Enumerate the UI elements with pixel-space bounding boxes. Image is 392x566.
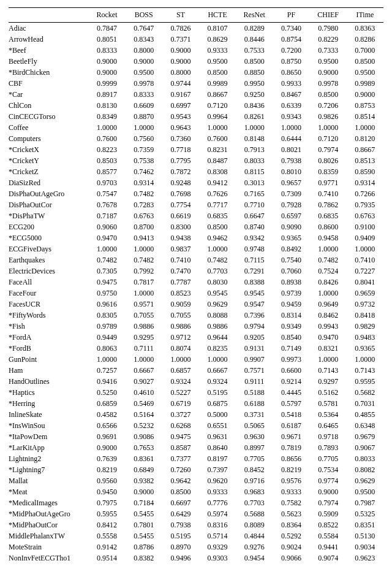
row-name: *MidPhaOutAgeGro bbox=[9, 508, 88, 519]
cell-value: 0.9543 bbox=[162, 111, 199, 122]
cell-value: 0.7060 bbox=[273, 266, 309, 277]
cell-value: 0.9074 bbox=[310, 553, 347, 564]
cell-value: 0.7872 bbox=[162, 166, 199, 177]
cell-value: 0.7718 bbox=[162, 144, 199, 155]
cell-value: 0.9066 bbox=[273, 553, 309, 564]
cell-value: 0.7534 bbox=[310, 464, 347, 475]
row-name: DiaSizRed bbox=[9, 177, 88, 188]
cell-value: 0.6600 bbox=[273, 365, 309, 376]
cell-value: 0.9657 bbox=[273, 177, 309, 188]
cell-value: 0.5558 bbox=[88, 530, 125, 541]
cell-value: 0.9964 bbox=[199, 111, 236, 122]
cell-value: 0.8640 bbox=[199, 442, 236, 453]
cell-value: 0.9470 bbox=[310, 332, 347, 343]
cell-value: 0.7111 bbox=[126, 343, 162, 354]
cell-value: 0.7980 bbox=[310, 23, 347, 34]
cell-value: 0.7410 bbox=[347, 254, 383, 266]
cell-value: 0.7227 bbox=[347, 266, 383, 277]
table-row: CinCECGTorso0.83490.88700.95430.99640.82… bbox=[9, 111, 383, 122]
cell-value: 0.7787 bbox=[162, 277, 199, 288]
cell-value: 0.9943 bbox=[310, 321, 347, 332]
cell-value: 0.7410 bbox=[162, 254, 199, 266]
table-row: Adiac0.78470.76470.78260.81070.82890.734… bbox=[9, 23, 383, 34]
cell-value: 0.7698 bbox=[162, 188, 199, 199]
cell-value: 0.8503 bbox=[88, 155, 125, 166]
cell-value: 0.5455 bbox=[126, 530, 162, 541]
cell-value: 0.7143 bbox=[347, 365, 383, 376]
cell-value: 0.7795 bbox=[162, 155, 199, 166]
cell-value: 0.7305 bbox=[88, 266, 125, 277]
cell-value: 0.8231 bbox=[199, 144, 236, 155]
cell-value: 0.8753 bbox=[347, 100, 383, 111]
cell-value: 0.7260 bbox=[162, 464, 199, 475]
cell-value: 0.8750 bbox=[273, 56, 309, 67]
cell-value: 0.9314 bbox=[126, 177, 162, 188]
cell-value: 0.8219 bbox=[273, 464, 309, 475]
cell-value: 0.8452 bbox=[236, 464, 273, 475]
table-row: FaceAll0.94750.78170.77870.80300.83880.8… bbox=[9, 277, 383, 288]
cell-value: 0.8917 bbox=[88, 89, 125, 100]
cell-value: 0.8033 bbox=[236, 155, 273, 166]
row-name: *Lightning7 bbox=[9, 464, 88, 475]
cell-value: 0.6763 bbox=[126, 210, 162, 221]
cell-value: 0.8523 bbox=[162, 288, 199, 299]
cell-value: 0.8148 bbox=[236, 133, 273, 144]
table-row: InlineSkate0.45820.51640.37270.50000.373… bbox=[9, 409, 383, 420]
cell-value: 0.9409 bbox=[347, 232, 383, 243]
cell-value: 0.9630 bbox=[236, 431, 273, 442]
cell-value: 0.5955 bbox=[88, 508, 125, 519]
cell-value: 0.9000 bbox=[126, 56, 162, 67]
cell-value: 0.7710 bbox=[236, 199, 273, 210]
cell-value: 0.7975 bbox=[88, 497, 125, 508]
cell-value: 0.8412 bbox=[88, 519, 125, 530]
cell-value: 0.7055 bbox=[162, 310, 199, 321]
cell-value: 0.6609 bbox=[126, 100, 162, 111]
cell-value: 0.7031 bbox=[347, 398, 383, 409]
cell-value: 0.9060 bbox=[88, 221, 125, 232]
cell-value: 0.8115 bbox=[236, 166, 273, 177]
cell-value: 0.9295 bbox=[126, 332, 162, 343]
cell-value: 0.9826 bbox=[310, 111, 347, 122]
cell-value: 0.9000 bbox=[88, 67, 125, 78]
cell-value: 0.5584 bbox=[310, 530, 347, 541]
row-name: *ItaPowDem bbox=[9, 431, 88, 442]
cell-value: 0.9365 bbox=[347, 343, 383, 354]
cell-value: 0.6997 bbox=[162, 100, 199, 111]
cell-value: 0.8316 bbox=[199, 519, 236, 530]
cell-value: 0.9978 bbox=[126, 78, 162, 89]
cell-value: 0.9461 bbox=[236, 564, 273, 566]
cell-value: 0.8650 bbox=[273, 67, 309, 78]
cell-value: 0.9034 bbox=[347, 541, 383, 553]
table-row: Earthquakes0.74820.74820.74100.74820.711… bbox=[9, 254, 383, 266]
cell-value: 0.9413 bbox=[126, 232, 162, 243]
row-name: *Haptics bbox=[9, 387, 88, 398]
row-name: *CricketY bbox=[9, 155, 88, 166]
cell-value: 0.8051 bbox=[88, 34, 125, 45]
cell-value: 0.7992 bbox=[126, 266, 162, 277]
cell-value: 0.9629 bbox=[347, 475, 383, 486]
cell-value: 0.9712 bbox=[162, 332, 199, 343]
row-name: *MidPhaOutCor bbox=[9, 519, 88, 530]
table-row: ECGFiveDays1.00001.00000.98371.00000.974… bbox=[9, 243, 383, 254]
cell-value: 0.5909 bbox=[310, 508, 347, 519]
cell-value: 0.8754 bbox=[273, 34, 309, 45]
cell-value: 0.8308 bbox=[199, 166, 236, 177]
table-row: *Car0.89170.83330.91670.86670.92500.8467… bbox=[9, 89, 383, 100]
cell-value: 0.9500 bbox=[347, 67, 383, 78]
cell-value: 1.0000 bbox=[88, 354, 125, 365]
cell-value: 1.0000 bbox=[162, 354, 199, 365]
table-row: *FiftyWords0.83050.70550.70550.80880.739… bbox=[9, 310, 383, 321]
cell-value: 0.7717 bbox=[199, 199, 236, 210]
cell-value: 0.7571 bbox=[236, 365, 273, 376]
cell-value: 0.8235 bbox=[199, 343, 236, 354]
cell-value: 0.8361 bbox=[126, 453, 162, 464]
cell-value: 0.7470 bbox=[162, 266, 199, 277]
cell-value: 0.8010 bbox=[273, 166, 309, 177]
table-row: Computers0.76000.75600.73600.76000.81480… bbox=[9, 133, 383, 144]
cell-value: 0.9412 bbox=[199, 177, 236, 188]
cell-value: 0.7974 bbox=[310, 497, 347, 508]
cell-value: 0.4610 bbox=[126, 387, 162, 398]
cell-value: 0.9000 bbox=[310, 67, 347, 78]
cell-value: 0.9683 bbox=[236, 486, 273, 497]
cell-value: 0.9008 bbox=[126, 564, 162, 566]
